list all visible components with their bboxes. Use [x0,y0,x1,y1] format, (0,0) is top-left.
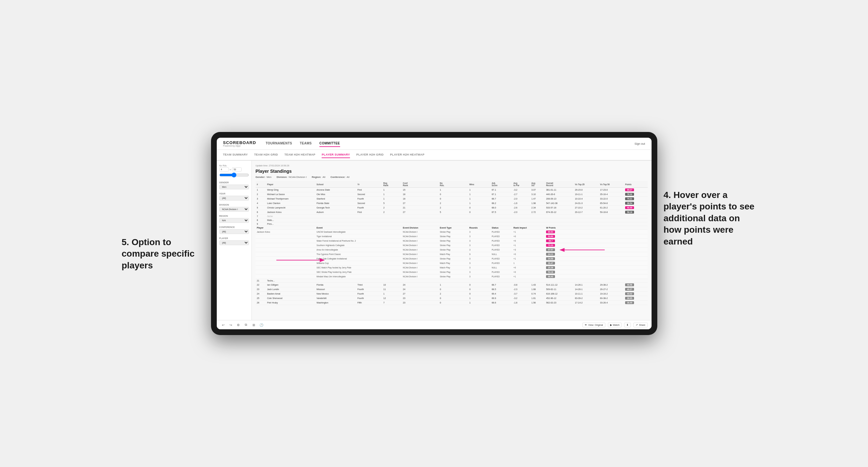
table-row: 24 Bastien Amat New MexicoFourth 12720 6… [256,292,648,296]
table-row: 4 Luke Clanton Florida StateSecond 52721… [256,201,648,206]
points-badge[interactable]: 40.27 [625,288,634,291]
player-name[interactable]: Pres... [266,222,315,226]
watch-button[interactable]: ▶ Watch [608,322,622,328]
sign-out-link[interactable]: Sign out [634,142,645,145]
table-row: 8 Mats... [256,218,648,222]
region-select[interactable]: N/A [219,218,249,223]
event-points-badge[interactable]: 25.38 [546,266,555,269]
player-name[interactable]: Christo Lamprecht [266,206,315,210]
player-yr: First [356,188,382,192]
filters-row: Gender: Men Division: NCAA Division I Re… [256,176,648,179]
gender-label: Gender [219,181,249,184]
division-label: Division [219,204,249,206]
player-name[interactable]: Techs... [266,279,315,283]
points-badge[interactable]: 38.54 [625,202,634,205]
view-original-button[interactable]: 👁 View: Original [582,322,605,328]
no-rds-from-input[interactable] [219,167,229,172]
col-vs-top50: Vs Top 50 [599,181,624,188]
redo-icon[interactable]: ↪ [228,322,233,328]
event-points-badge[interactable]: 73.33 [546,244,555,247]
event-points-badge[interactable]: 54.18 [546,271,555,274]
points-badge[interactable]: 76.32 [625,193,634,196]
points-badge[interactable]: 38.95 [625,297,634,300]
col-adj-score: Adj.Score [490,181,512,188]
points-badge[interactable]: 88.27 [625,188,634,191]
table-row: 23 Jack Lundin MissouriFourth 112400 68.… [256,287,648,292]
player-name[interactable]: Bastien Amat [266,292,315,296]
annotation-left: 5. Option to compare specific players [122,237,205,271]
year-select[interactable]: (All) [219,196,249,200]
clock-icon[interactable]: 🕐 [259,322,264,328]
col-rank: # [256,181,266,188]
panel-title: Player Standings [256,168,648,174]
points-badge[interactable]: 40.49 [625,206,634,209]
subnav-player-summary[interactable]: PLAYER SUMMARY [322,152,350,158]
player-name[interactable]: Cole Sherwood [266,296,315,301]
sidebar-division: Division NCAA Division I [219,204,249,212]
sidebar-year: Year (All) [219,192,249,200]
points-badge[interactable]: 58.18 [625,211,634,214]
share-button[interactable]: ↗ Share [633,322,647,328]
player-name[interactable]: Ian Gilligan [266,283,315,287]
event-points-badge[interactable]: 34.50 [546,257,555,260]
filter-conference-label: Conference: [331,176,345,179]
col-reg-rank: RegRank [382,181,402,188]
player-name[interactable]: Michael La Sasso [266,192,315,197]
points-badge[interactable]: 70.21 [625,197,634,200]
subnav-team-h2h-grid[interactable]: TEAM H2H GRID [254,152,278,158]
no-rds-slider[interactable] [219,173,249,178]
player-label: Player [219,237,249,240]
col-wins: Wins [468,181,490,188]
event-points-badge[interactable]: 24.11 [546,253,555,256]
rds-range: – [219,167,249,172]
expand-icon[interactable]: ⊞ [251,322,256,328]
subnav-player-h2h-grid[interactable]: PLAYER H2H GRID [356,152,384,158]
nav-tournaments[interactable]: TOURNAMENTS [266,140,292,147]
subnav-team-summary[interactable]: TEAM SUMMARY [223,152,248,158]
event-points-badge[interactable]: 46.7 [546,240,555,242]
nav-teams[interactable]: TEAMS [300,140,312,147]
bottom-toolbar: ↩ ↪ ⚙ ⧉ ⊞ 🕐 👁 View: Original ▶ Watch ⬇ ↗ [217,320,652,329]
download-icon[interactable]: ⬇ [624,322,631,328]
points-badge[interactable]: 38.49 [625,301,634,304]
points-badge[interactable]: 40.02 [625,292,634,295]
table-row: 25 Cole Sherwood VanderbiltFourth 122301… [256,296,648,301]
filter-region-value: All [322,176,326,179]
event-row: Mirabel Maui Jim Intercollegiate NCAA Di… [256,275,648,279]
filter-division: Division: NCAA Division I [277,176,307,179]
event-points-badge[interactable]: 30.47 [546,262,555,264]
player-name[interactable]: Petr Hruby [266,301,315,305]
event-points-badge[interactable]: 66.40 [546,275,555,278]
player-name[interactable]: Luke Clanton [266,201,315,206]
nav-committee[interactable]: COMMITTEE [319,140,340,147]
player-name[interactable]: Jackson Koivu [266,210,315,215]
division-select[interactable]: NCAA Division I [219,207,249,212]
player-select[interactable]: (All) [219,240,249,245]
player-name[interactable]: Michael Thorbjornsen [266,197,315,201]
event-row: Jackson Koivu UNCW Seahawk Intercollegia… [256,230,648,234]
player-name[interactable]: Wenyi Ding [266,188,315,192]
year-label: Year [219,192,249,195]
no-rds-to-input[interactable] [232,167,242,172]
col-school: School [315,181,356,188]
event-points-badge[interactable]: 47.57 [546,248,555,251]
player-name[interactable]: Mats... [266,218,315,222]
subnav-player-h2h-heatmap[interactable]: PLAYER H2H HEATMAP [390,152,425,158]
event-row: The Cypress Point Classic NCAA Division … [256,252,648,257]
col-avg-sg: AvgSG [530,181,545,188]
undo-icon[interactable]: ↩ [221,322,226,328]
points-badge[interactable]: 40.58 [625,283,634,286]
player-name[interactable]: Jack Lundin [266,287,315,292]
col-points: Points [624,181,647,188]
event-points-badge[interactable]: 80.64 [546,230,555,234]
table-row: 6 Jackson Koivu AuburnFirst 22750 67.5-2… [256,210,648,215]
settings-icon[interactable]: ⚙ [236,322,241,328]
player-school: Arizona State [315,188,356,192]
subnav-team-h2h-heatmap[interactable]: TEAM H2H HEATMAP [284,152,315,158]
filter-gender-value: Men [267,176,272,179]
copy-icon[interactable]: ⧉ [244,322,249,328]
conference-select[interactable]: (All) [219,229,249,234]
event-points-badge[interactable]: 53.60 [546,235,555,238]
update-time: Update time: 27/01/2024 16:56:26 [256,164,648,167]
gender-select[interactable]: Men [219,185,249,189]
